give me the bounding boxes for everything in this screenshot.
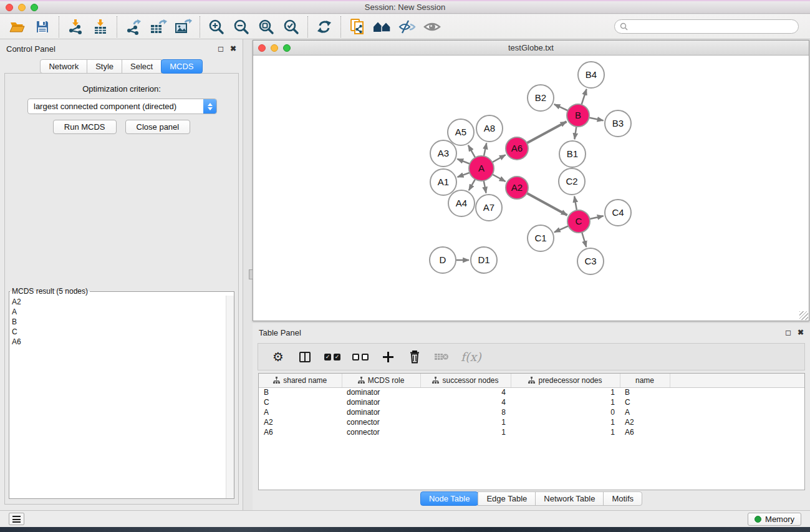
task-history-button[interactable] [9,513,24,525]
search-field[interactable] [614,19,799,34]
graph-node-label: B1 [567,148,578,159]
zoom-out-icon[interactable] [229,16,254,37]
result-scrollbar[interactable] [226,296,234,498]
network-window-titlebar[interactable]: testGlobe.txt [253,41,809,56]
graph-node-label: A3 [438,148,449,158]
table-cell[interactable]: 1 [511,417,620,427]
first-neighbors-icon[interactable] [370,16,395,37]
table-row[interactable]: Adominator80A [259,407,804,417]
table-cell[interactable]: connector [342,417,420,427]
table-cell[interactable]: A2 [620,417,670,427]
export-network-icon[interactable] [121,16,146,37]
table-cell[interactable]: 4 [420,397,511,407]
table-cell[interactable]: 1 [511,397,620,407]
table-settings-gear-icon[interactable]: ⚙ [271,347,286,366]
table-cell[interactable]: A6 [620,427,670,437]
column-header-predecessor-nodes[interactable]: predecessor nodes [511,374,620,387]
table-toolbar: ⚙ ✓✓ f(x) [258,343,805,370]
table-row[interactable]: Cdominator41C [259,397,804,407]
optimization-criterion-dropdown[interactable]: largest connected component (directed) [27,99,217,114]
import-table-icon[interactable] [88,16,113,37]
graph-node-label: D1 [478,254,489,265]
zoom-in-icon[interactable] [204,16,229,37]
result-list-item[interactable]: A2 [12,297,225,307]
tab-style[interactable]: Style [87,59,122,74]
tab-mcds[interactable]: MCDS [161,59,202,74]
deselect-all-columns-icon[interactable] [352,347,369,366]
column-header-successor-nodes[interactable]: successor nodes [420,374,511,387]
column-header-shared-name[interactable]: shared name [259,374,342,387]
table-cell[interactable]: B [620,387,670,397]
result-list-item[interactable]: C [12,327,225,337]
table-cell[interactable]: A [620,407,670,417]
resize-grip[interactable] [799,311,808,320]
table-cell[interactable]: 1 [420,427,511,437]
panel-collapse-handle[interactable] [249,269,253,279]
network-canvas[interactable]: B4B2BB3B1A5A8A6A3AA1C2A2A4A7C4CC1C3DD1 [253,56,809,321]
tab-select[interactable]: Select [122,59,162,74]
table-cell[interactable]: 1 [511,387,620,397]
table-cell[interactable]: 1 [511,427,620,437]
split-columns-icon[interactable] [297,347,312,366]
export-table-icon[interactable] [146,16,171,37]
table-row[interactable]: A6connector11A6 [259,427,804,437]
app-title: Session: New Session [0,2,810,12]
new-network-from-selection-icon[interactable] [345,16,370,37]
dropdown-stepper-icon[interactable] [203,99,216,114]
table-row[interactable]: Bdominator41B [259,387,804,397]
hide-selected-icon[interactable] [395,16,420,37]
run-mcds-button[interactable]: Run MCDS [53,120,117,134]
table-cell[interactable]: A2 [259,417,342,427]
export-image-icon[interactable] [171,16,196,37]
table-cell[interactable]: 1 [420,417,511,427]
table-cell[interactable]: connector [342,427,420,437]
zoom-fit-icon[interactable] [254,16,279,37]
column-header-mcds-role[interactable]: MCDS role [342,374,420,387]
memory-button[interactable]: Memory [748,513,801,526]
table-cell[interactable]: 0 [511,407,620,417]
result-list-item[interactable]: A [12,307,225,317]
mcds-result-box: MCDS result (5 nodes) A2ABCA6 [9,287,234,499]
table-cell[interactable]: 4 [420,387,511,397]
table-cell[interactable]: B [259,387,342,397]
float-table-panel-icon[interactable]: ◻ [785,328,791,337]
table-cell[interactable]: dominator [342,397,420,407]
table-cell[interactable]: A [259,407,342,417]
dropdown-value: largest connected component (directed) [28,102,203,111]
optimization-criterion-label: Optimization criterion: [5,84,238,94]
close-panel-button[interactable]: Close panel [125,120,191,134]
table-cell[interactable]: dominator [342,407,420,417]
save-session-icon[interactable] [30,16,55,37]
add-column-icon[interactable] [380,347,395,366]
tab-network[interactable]: Network [40,59,87,74]
result-list-item[interactable]: B [12,317,225,327]
float-panel-icon[interactable]: ◻ [218,44,224,53]
tab-edge-table[interactable]: Edge Table [478,491,536,506]
refresh-layout-icon[interactable] [312,16,337,37]
tab-motifs[interactable]: Motifs [603,491,642,506]
result-list-item[interactable]: A6 [12,337,225,347]
close-panel-icon[interactable]: ✖ [230,44,236,53]
column-header-name[interactable]: name [620,374,670,387]
select-all-columns-icon[interactable]: ✓✓ [324,347,340,366]
table-cell[interactable]: dominator [342,387,420,397]
close-table-panel-icon[interactable]: ✖ [798,328,804,337]
tab-network-table[interactable]: Network Table [535,491,604,506]
search-input[interactable] [631,22,793,31]
delete-column-icon[interactable] [407,347,422,366]
table-cell[interactable]: A6 [259,427,342,437]
table-row[interactable]: A2connector11A2 [259,417,804,427]
tab-node-table[interactable]: Node Table [420,491,479,506]
toolbar-separator [340,16,341,37]
mcds-panel: Optimization criterion: largest connecte… [4,73,239,505]
graph-node-label: A4 [456,198,467,208]
zoom-selected-icon[interactable] [279,16,304,37]
table-cell[interactable]: C [620,397,670,407]
show-all-icon[interactable] [420,16,445,37]
table-cell[interactable]: 8 [420,407,511,417]
import-network-icon[interactable] [63,16,88,37]
table-cell[interactable]: C [259,397,342,407]
network-graph[interactable]: B4B2BB3B1A5A8A6A3AA1C2A2A4A7C4CC1C3DD1 [253,56,809,321]
open-session-icon[interactable] [5,16,30,37]
graph-node-label: A6 [511,143,523,153]
